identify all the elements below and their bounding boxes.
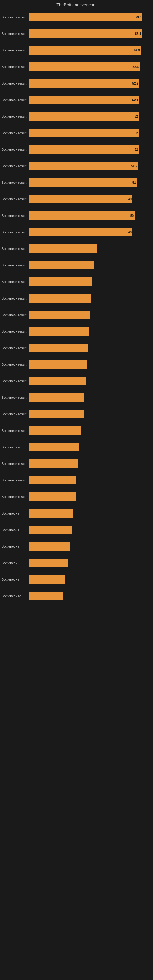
bar-value: 51 — [132, 181, 136, 185]
row-spacer — [2, 304, 150, 309]
bar-label: Bottleneck result — [2, 379, 29, 383]
bar-wrapper: 52 — [29, 112, 150, 121]
row-spacer — [2, 172, 150, 177]
bar-row: Bottleneck result50 — [2, 210, 150, 221]
bar-wrapper — [29, 509, 150, 517]
bar-wrapper — [29, 525, 150, 534]
row-spacer — [2, 404, 150, 409]
bar-label: Bottleneck result — [2, 98, 29, 102]
bar-row: Bottleneck result49 — [2, 227, 150, 238]
bar — [29, 294, 91, 302]
bar — [29, 393, 84, 402]
site-header: TheBottlenecker.com — [0, 0, 153, 9]
row-spacer — [2, 585, 150, 590]
bar: 50 — [29, 211, 135, 220]
bar — [29, 360, 87, 369]
bar-label: Bottleneck resu — [2, 495, 29, 499]
bar: 52.3 — [29, 62, 140, 71]
bar — [29, 476, 76, 485]
bar-label: Bottleneck result — [2, 15, 29, 19]
row-spacer — [2, 23, 150, 28]
bar-value: 52 — [135, 148, 138, 151]
bar-label: Bottleneck result — [2, 230, 29, 234]
bar: 49 — [29, 228, 132, 236]
bar-wrapper — [29, 575, 150, 584]
row-spacer — [2, 205, 150, 210]
bar-wrapper — [29, 443, 150, 452]
bar: 53.6 — [29, 13, 142, 21]
bar-wrapper — [29, 558, 150, 567]
bar-row: Bottleneck result — [2, 375, 150, 387]
bar-value: 50 — [131, 214, 134, 218]
bar-wrapper — [29, 410, 150, 418]
bar — [29, 443, 79, 452]
bar — [29, 277, 92, 286]
bar-value: 52.1 — [132, 98, 138, 102]
bar-wrapper — [29, 542, 150, 550]
bar-value: 52 — [135, 115, 138, 118]
bar-wrapper — [29, 261, 150, 269]
bar-label: Bottleneck result — [2, 412, 29, 416]
bar-label: Bottleneck result — [2, 363, 29, 366]
row-spacer — [2, 321, 150, 326]
bar-label: Bottleneck result — [2, 478, 29, 482]
bar-label: Bottleneck re — [2, 594, 29, 598]
bar-label: Bottleneck result — [2, 148, 29, 151]
row-spacer — [2, 73, 150, 78]
bar-wrapper: 52.2 — [29, 79, 150, 88]
bar-label: Bottleneck result — [2, 313, 29, 317]
row-spacer — [2, 139, 150, 144]
chart-container: Bottleneck result53.6Bottleneck result53… — [0, 9, 153, 610]
bar — [29, 327, 89, 336]
row-spacer — [2, 238, 150, 243]
bar-wrapper: 52.9 — [29, 46, 150, 54]
bar-label: Bottleneck resu — [2, 429, 29, 433]
bar-row: Bottleneck result — [2, 326, 150, 337]
bar-wrapper — [29, 244, 150, 253]
bar-row: Bottleneck r — [2, 524, 150, 535]
row-spacer — [2, 602, 150, 607]
bar-row: Bottleneck result52.1 — [2, 94, 150, 105]
bar-label: Bottleneck result — [2, 263, 29, 267]
row-spacer — [2, 453, 150, 458]
bar-wrapper — [29, 344, 150, 352]
bar-row: Bottleneck resu — [2, 491, 150, 502]
row-spacer — [2, 337, 150, 342]
bar-row: Bottleneck result — [2, 409, 150, 420]
row-spacer — [2, 222, 150, 227]
bar-label: Bottleneck result — [2, 214, 29, 218]
bar-label: Bottleneck result — [2, 247, 29, 250]
row-spacer — [2, 56, 150, 61]
bar-row: Bottleneck result — [2, 293, 150, 304]
bar-label: Bottleneck result — [2, 280, 29, 283]
bar-label: Bottleneck result — [2, 329, 29, 333]
bar-row: Bottleneck result — [2, 392, 150, 403]
bar-wrapper — [29, 426, 150, 435]
bar-row: Bottleneck result52 — [2, 144, 150, 155]
bar — [29, 509, 73, 517]
bar-wrapper: 52.1 — [29, 95, 150, 104]
bar-label: Bottleneck result — [2, 346, 29, 350]
bar-wrapper: 53.4 — [29, 29, 150, 38]
bar-wrapper — [29, 327, 150, 336]
row-spacer — [2, 106, 150, 111]
bar-wrapper: 52 — [29, 129, 150, 137]
bar-label: Bottleneck — [2, 561, 29, 565]
bar-label: Bottleneck result — [2, 181, 29, 185]
row-spacer — [2, 503, 150, 508]
bar-row: Bottleneck r — [2, 574, 150, 585]
row-spacer — [2, 371, 150, 375]
row-spacer — [2, 519, 150, 524]
bar-row: Bottleneck result — [2, 309, 150, 320]
bar-row: Bottleneck resu — [2, 458, 150, 469]
bar-wrapper — [29, 393, 150, 402]
row-spacer — [2, 156, 150, 161]
row-spacer — [2, 552, 150, 557]
bar-wrapper — [29, 294, 150, 302]
bar-row: Bottleneck resu — [2, 425, 150, 436]
bar-row: Bottleneck re — [2, 590, 150, 601]
bar-wrapper: 49 — [29, 195, 150, 204]
bar-row: Bottleneck result49 — [2, 194, 150, 205]
bar-row: Bottleneck result52.3 — [2, 61, 150, 72]
bar — [29, 592, 63, 600]
